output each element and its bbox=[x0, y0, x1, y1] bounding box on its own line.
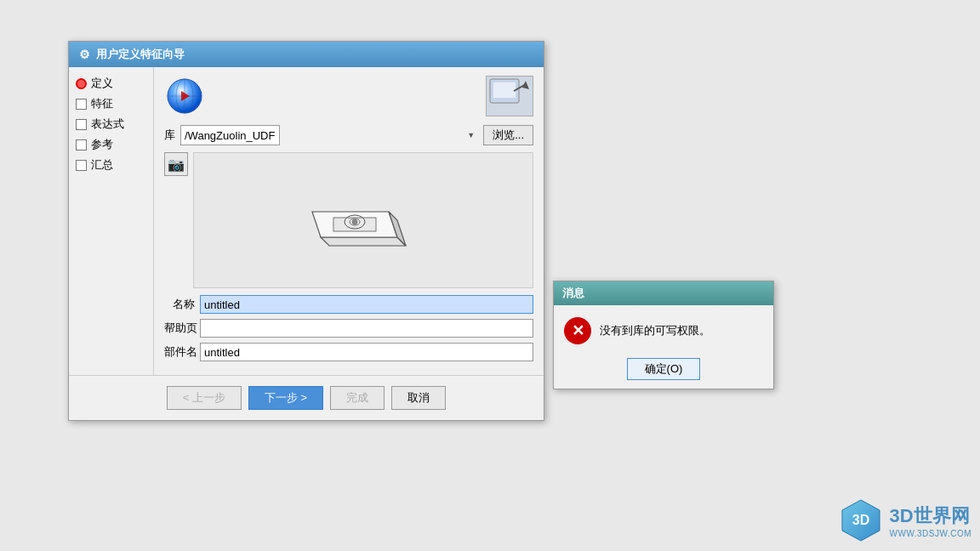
watermark-brand: 3D世界网 bbox=[890, 503, 972, 529]
error-icon: ✕ bbox=[564, 317, 591, 344]
checkbox-expression[interactable] bbox=[76, 119, 87, 130]
sidebar-item-feature[interactable]: 特征 bbox=[76, 96, 146, 111]
library-label: 库 bbox=[164, 128, 175, 143]
watermark: 3D 3D世界网 WWW.3DSJW.COM bbox=[839, 498, 972, 542]
svg-marker-9 bbox=[321, 237, 406, 246]
ok-button[interactable]: 确定(O) bbox=[627, 358, 701, 380]
message-text: 没有到库的可写权限。 bbox=[600, 323, 710, 338]
gear-icon: ⚙ bbox=[77, 48, 91, 61]
camera-button[interactable]: 📷 bbox=[164, 152, 188, 176]
part-label: 部件名 bbox=[164, 344, 195, 360]
library-row: 库 /WangZuolin_UDF 浏览... bbox=[164, 125, 533, 145]
action-icon[interactable] bbox=[486, 76, 533, 116]
svg-rect-6 bbox=[493, 82, 516, 98]
help-row: 帮助页 bbox=[164, 319, 533, 338]
name-label: 名称 bbox=[164, 297, 195, 312]
message-title: 消息 bbox=[562, 287, 584, 299]
content-area: 库 /WangZuolin_UDF 浏览... 📷 bbox=[154, 67, 544, 375]
preview-section: 📷 bbox=[164, 152, 533, 288]
message-footer: 确定(O) bbox=[554, 353, 773, 389]
browse-button[interactable]: 浏览... bbox=[483, 125, 533, 145]
help-input[interactable] bbox=[200, 319, 533, 338]
dialog-titlebar: ⚙ 用户定义特征向导 bbox=[69, 42, 544, 67]
logo-icon bbox=[164, 76, 205, 116]
finish-button[interactable]: 完成 bbox=[330, 386, 385, 410]
sidebar-label-define: 定义 bbox=[91, 76, 113, 91]
sidebar-label-feature: 特征 bbox=[91, 96, 113, 111]
dialog-title: 用户定义特征向导 bbox=[96, 47, 185, 62]
sidebar-label-expression: 表达式 bbox=[91, 116, 124, 132]
sidebar-item-reference[interactable]: 参考 bbox=[76, 137, 146, 152]
radio-define[interactable] bbox=[76, 78, 87, 89]
cancel-button[interactable]: 取消 bbox=[391, 386, 446, 410]
message-titlebar: 消息 bbox=[554, 281, 773, 305]
library-select[interactable]: /WangZuolin_UDF bbox=[180, 125, 280, 145]
watermark-text: 3D世界网 WWW.3DSJW.COM bbox=[890, 503, 972, 538]
name-input[interactable] bbox=[200, 295, 533, 314]
part-input[interactable] bbox=[200, 343, 533, 361]
svg-point-15 bbox=[352, 219, 357, 224]
name-row: 名称 bbox=[164, 295, 533, 314]
prev-button[interactable]: < 上一步 bbox=[167, 386, 242, 410]
message-body: ✕ 没有到库的可写权限。 bbox=[554, 305, 773, 353]
next-button[interactable]: 下一步 > bbox=[248, 386, 323, 410]
checkbox-summary[interactable] bbox=[76, 160, 87, 171]
checkbox-reference[interactable] bbox=[76, 139, 87, 151]
dialog-body: 定义 特征 表达式 参考 汇总 bbox=[69, 67, 544, 375]
preview-box bbox=[193, 152, 533, 288]
sidebar-label-reference: 参考 bbox=[91, 137, 113, 152]
watermark-url: WWW.3DSJW.COM bbox=[890, 529, 972, 538]
sidebar-label-summary: 汇总 bbox=[91, 157, 113, 173]
message-dialog: 消息 ✕ 没有到库的可写权限。 确定(O) bbox=[553, 281, 774, 389]
sidebar-item-define[interactable]: 定义 bbox=[76, 76, 146, 91]
sidebar-item-summary[interactable]: 汇总 bbox=[76, 157, 146, 173]
sidebar: 定义 特征 表达式 参考 汇总 bbox=[69, 67, 154, 375]
watermark-hex-icon: 3D bbox=[839, 498, 883, 542]
dialog-footer: < 上一步 下一步 > 完成 取消 bbox=[69, 375, 544, 420]
library-select-wrapper: /WangZuolin_UDF bbox=[180, 125, 478, 145]
main-dialog: ⚙ 用户定义特征向导 定义 特征 表达式 参考 汇总 bbox=[68, 41, 544, 421]
svg-text:3D: 3D bbox=[852, 513, 869, 527]
sidebar-item-expression[interactable]: 表达式 bbox=[76, 116, 146, 132]
help-label: 帮助页 bbox=[164, 321, 195, 336]
top-icons bbox=[164, 76, 533, 116]
preview-sketch bbox=[304, 178, 423, 263]
part-row: 部件名 bbox=[164, 343, 533, 361]
checkbox-feature[interactable] bbox=[76, 99, 87, 110]
